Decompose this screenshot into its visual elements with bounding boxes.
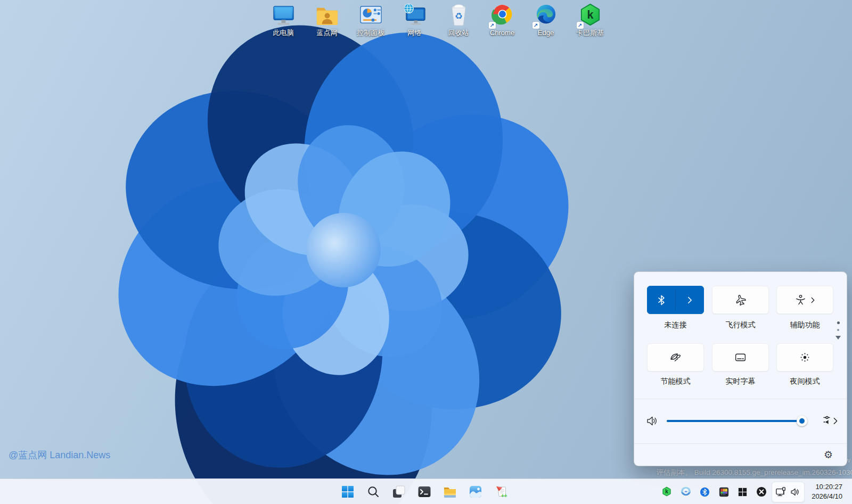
night-light-tile[interactable]	[776, 343, 833, 371]
tray-infinity-app-icon[interactable]: ∞	[678, 484, 693, 499]
airplane-icon	[734, 294, 747, 307]
desktop-icon-recycle-bin[interactable]: ♻ 回收站	[437, 3, 480, 37]
tile-label: 辅助功能	[776, 320, 833, 330]
build-watermark: 评估副本。 Build 26300.8155.ge_prerelease_im.…	[657, 468, 852, 477]
search-icon	[367, 485, 380, 498]
desktop-icon-label: 此电脑	[273, 29, 294, 37]
desktop-icon-label: 回收站	[448, 29, 469, 37]
landian-watermark: @蓝点网 Landian.News	[9, 449, 110, 461]
file-explorer-button[interactable]	[439, 481, 461, 502]
search-button[interactable]	[363, 481, 384, 502]
quick-settings-button[interactable]	[772, 482, 805, 502]
desktop: 此电脑 蓝点网 控制面板	[0, 0, 852, 504]
taskbar: ++ k ∞	[0, 478, 852, 504]
control-panel-icon	[358, 3, 383, 28]
desktop-icon-edge[interactable]: ↗ Edge	[524, 3, 568, 37]
desktop-icon-label: 蓝点网	[317, 29, 338, 37]
volume-slider-thumb[interactable]	[797, 416, 807, 426]
tray-kaspersky-icon[interactable]: k	[659, 484, 674, 499]
quick-settings-panel: 未连接 飞行模式 辅助功能 节能模式	[634, 271, 847, 466]
chrome-icon: ↗	[490, 3, 515, 28]
user-folder-icon	[315, 3, 340, 28]
tile-label: 节能模式	[647, 377, 704, 386]
recycle-bin-icon: ♻	[446, 3, 471, 28]
panel-divider	[634, 399, 847, 399]
desktop-icon-network[interactable]: 网络	[392, 3, 436, 37]
svg-text:∞: ∞	[684, 489, 687, 494]
page-indicator	[835, 321, 841, 340]
clock-time: 10:20:27	[812, 482, 842, 492]
desktop-icon-label: 卡巴斯基	[576, 29, 604, 37]
desktop-icon-chrome[interactable]: ↗ Chrome	[480, 3, 524, 37]
desktop-icon-this-pc[interactable]: 此电脑	[261, 3, 305, 37]
energy-saver-leaf-icon	[669, 351, 682, 363]
chevron-right-icon	[687, 296, 693, 304]
this-pc-icon	[271, 3, 296, 28]
airplane-mode-tile[interactable]	[712, 286, 769, 314]
expand-down-arrow-icon[interactable]	[835, 336, 841, 340]
file-explorer-icon	[443, 485, 457, 499]
shortcut-arrow-icon: ↗	[489, 22, 496, 29]
panel-divider	[634, 443, 847, 444]
desktop-icon-label: 控制面板	[357, 29, 384, 37]
desktop-icon-label: Chrome	[490, 29, 514, 37]
svg-text:++: ++	[501, 493, 507, 499]
accessibility-tile[interactable]	[776, 286, 833, 314]
page-dot-active	[837, 321, 840, 324]
network-icon	[402, 3, 427, 28]
live-captions-icon	[734, 351, 747, 363]
desktop-icon-kaspersky[interactable]: k ↗ 卡巴斯基	[568, 3, 612, 37]
speaker-icon[interactable]	[646, 415, 659, 427]
night-light-icon	[799, 351, 811, 363]
svg-text:♻: ♻	[455, 11, 463, 21]
tile-label: 实时字幕	[712, 377, 769, 386]
start-button[interactable]	[337, 481, 358, 502]
taskbar-clock[interactable]: 10:20:27 2026/4/10	[812, 482, 842, 501]
tray-bluetooth-icon[interactable]	[697, 484, 712, 499]
desktop-icon-landian-folder[interactable]: 蓝点网	[305, 3, 349, 37]
photos-icon	[469, 485, 482, 499]
shortcut-arrow-icon: ↗	[532, 22, 539, 29]
notepad-plus-plus-icon: ++	[494, 485, 508, 499]
energy-saver-tile[interactable]	[647, 343, 704, 371]
volume-slider[interactable]	[667, 420, 806, 422]
volume-row	[634, 409, 847, 434]
notepad-plus-plus-button[interactable]: ++	[490, 481, 512, 502]
terminal-button[interactable]	[414, 481, 435, 502]
bluetooth-tile[interactable]	[647, 286, 704, 314]
task-view-icon	[392, 485, 406, 499]
task-view-button[interactable]	[388, 481, 409, 502]
tray-windows-icon[interactable]	[735, 484, 750, 499]
gear-icon[interactable]: ⚙	[824, 450, 833, 460]
chevron-right-icon	[810, 297, 815, 303]
accessibility-person-icon	[795, 294, 806, 305]
bluetooth-toggle[interactable]	[648, 286, 675, 313]
bluetooth-icon	[657, 295, 666, 305]
audio-output-icon[interactable]	[817, 414, 831, 428]
windows-start-icon	[341, 485, 354, 498]
page-dot	[837, 329, 839, 331]
volume-icon	[790, 486, 801, 498]
tile-label: 未连接	[647, 320, 704, 330]
tile-label: 夜间模式	[776, 377, 833, 386]
volume-slider-fill	[667, 420, 806, 422]
tile-label: 飞行模式	[712, 320, 769, 330]
desktop-icon-control-panel[interactable]: 控制面板	[349, 3, 392, 37]
desktop-icon-label: Edge	[538, 29, 554, 37]
shortcut-arrow-icon: ↗	[577, 22, 584, 29]
tray-x-circle-icon[interactable]	[754, 484, 769, 499]
kaspersky-icon: k ↗	[578, 3, 603, 28]
live-captions-tile[interactable]	[712, 343, 769, 371]
photos-button[interactable]	[465, 481, 486, 502]
terminal-icon	[417, 485, 431, 499]
tray-color-grid-app-icon[interactable]	[716, 484, 731, 499]
network-ethernet-icon	[775, 486, 787, 498]
chevron-right-icon[interactable]	[832, 417, 839, 425]
svg-text:k: k	[665, 489, 668, 494]
desktop-icon-label: 网络	[407, 29, 421, 37]
bluetooth-expand-button[interactable]	[676, 286, 703, 313]
svg-text:k: k	[587, 9, 593, 21]
edge-icon: ↗	[534, 3, 559, 28]
clock-date: 2026/4/10	[812, 492, 842, 501]
